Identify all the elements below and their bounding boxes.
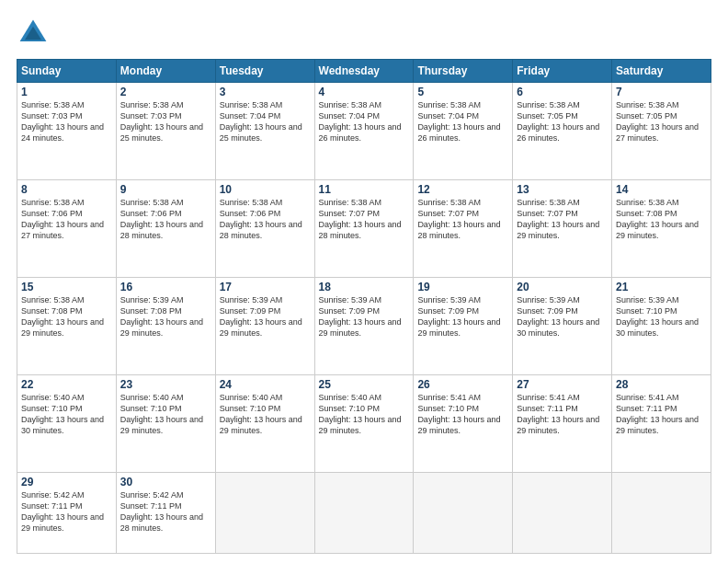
cell-info: Sunrise: 5:38 AMSunset: 7:07 PMDaylight:…	[517, 198, 599, 240]
calendar-week-3: 22 Sunrise: 5:40 AMSunset: 7:10 PMDaylig…	[17, 375, 711, 473]
day-number: 24	[220, 378, 311, 391]
calendar-cell: 26 Sunrise: 5:41 AMSunset: 7:10 PMDaylig…	[414, 375, 513, 473]
day-number: 17	[220, 281, 311, 293]
calendar-cell: 3 Sunrise: 5:38 AMSunset: 7:04 PMDayligh…	[215, 83, 314, 180]
calendar-cell: 15 Sunrise: 5:38 AMSunset: 7:08 PMDaylig…	[17, 278, 117, 375]
calendar-week-0: 1 Sunrise: 5:38 AMSunset: 7:03 PMDayligh…	[17, 83, 711, 180]
day-number: 30	[120, 476, 211, 488]
day-header-thursday: Thursday	[414, 60, 513, 83]
cell-info: Sunrise: 5:42 AMSunset: 7:11 PMDaylight:…	[120, 490, 203, 533]
calendar-cell	[414, 473, 513, 554]
day-header-monday: Monday	[116, 60, 215, 83]
day-number: 13	[517, 183, 608, 196]
day-number: 11	[319, 183, 410, 196]
day-number: 10	[220, 183, 311, 196]
day-number: 25	[319, 378, 410, 391]
cell-info: Sunrise: 5:38 AMSunset: 7:07 PMDaylight:…	[417, 198, 500, 240]
calendar-cell: 6 Sunrise: 5:38 AMSunset: 7:05 PMDayligh…	[513, 83, 612, 180]
cell-info: Sunrise: 5:38 AMSunset: 7:04 PMDaylight:…	[220, 100, 302, 143]
cell-info: Sunrise: 5:40 AMSunset: 7:10 PMDaylight:…	[21, 393, 104, 435]
calendar-cell: 25 Sunrise: 5:40 AMSunset: 7:10 PMDaylig…	[314, 375, 414, 473]
calendar-cell: 22 Sunrise: 5:40 AMSunset: 7:10 PMDaylig…	[17, 375, 117, 473]
header	[17, 17, 711, 50]
cell-info: Sunrise: 5:41 AMSunset: 7:11 PMDaylight:…	[616, 393, 699, 435]
day-number: 12	[417, 183, 508, 196]
day-header-friday: Friday	[513, 60, 612, 83]
day-number: 27	[517, 378, 608, 391]
cell-info: Sunrise: 5:38 AMSunset: 7:03 PMDaylight:…	[21, 100, 104, 143]
page: SundayMondayTuesdayWednesdayThursdayFrid…	[0, 0, 728, 563]
calendar-cell	[215, 473, 314, 554]
calendar-cell: 19 Sunrise: 5:39 AMSunset: 7:09 PMDaylig…	[414, 278, 513, 375]
day-number: 23	[120, 378, 211, 391]
cell-info: Sunrise: 5:38 AMSunset: 7:07 PMDaylight:…	[319, 198, 402, 240]
calendar-cell: 21 Sunrise: 5:39 AMSunset: 7:10 PMDaylig…	[612, 278, 711, 375]
calendar-cell: 2 Sunrise: 5:38 AMSunset: 7:03 PMDayligh…	[116, 83, 215, 180]
calendar-cell: 20 Sunrise: 5:39 AMSunset: 7:09 PMDaylig…	[513, 278, 612, 375]
calendar-cell	[314, 473, 414, 554]
cell-info: Sunrise: 5:39 AMSunset: 7:09 PMDaylight:…	[319, 295, 402, 338]
cell-info: Sunrise: 5:38 AMSunset: 7:08 PMDaylight:…	[616, 198, 699, 240]
day-number: 7	[616, 86, 707, 98]
day-number: 8	[21, 183, 112, 196]
day-number: 14	[616, 183, 707, 196]
day-number: 21	[616, 281, 707, 293]
calendar-cell: 23 Sunrise: 5:40 AMSunset: 7:10 PMDaylig…	[116, 375, 215, 473]
day-number: 5	[417, 86, 508, 98]
day-number: 22	[21, 378, 112, 391]
cell-info: Sunrise: 5:39 AMSunset: 7:10 PMDaylight:…	[616, 295, 699, 338]
calendar-cell: 29 Sunrise: 5:42 AMSunset: 7:11 PMDaylig…	[17, 473, 117, 554]
cell-info: Sunrise: 5:42 AMSunset: 7:11 PMDaylight:…	[21, 490, 104, 533]
calendar-cell: 24 Sunrise: 5:40 AMSunset: 7:10 PMDaylig…	[215, 375, 314, 473]
cell-info: Sunrise: 5:39 AMSunset: 7:08 PMDaylight:…	[120, 295, 203, 338]
cell-info: Sunrise: 5:40 AMSunset: 7:10 PMDaylight:…	[220, 393, 302, 435]
cell-info: Sunrise: 5:38 AMSunset: 7:03 PMDaylight:…	[120, 100, 203, 143]
calendar-cell: 11 Sunrise: 5:38 AMSunset: 7:07 PMDaylig…	[314, 180, 414, 278]
calendar-header-row: SundayMondayTuesdayWednesdayThursdayFrid…	[17, 60, 711, 83]
day-number: 20	[517, 281, 608, 293]
calendar-cell	[612, 473, 711, 554]
calendar-cell: 9 Sunrise: 5:38 AMSunset: 7:06 PMDayligh…	[116, 180, 215, 278]
day-number: 9	[120, 183, 211, 196]
day-number: 2	[120, 86, 211, 98]
calendar-week-1: 8 Sunrise: 5:38 AMSunset: 7:06 PMDayligh…	[17, 180, 711, 278]
day-header-wednesday: Wednesday	[314, 60, 414, 83]
day-number: 6	[517, 86, 608, 98]
cell-info: Sunrise: 5:38 AMSunset: 7:08 PMDaylight:…	[21, 295, 104, 338]
calendar-table: SundayMondayTuesdayWednesdayThursdayFrid…	[17, 59, 711, 554]
day-number: 15	[21, 281, 112, 293]
calendar-cell: 1 Sunrise: 5:38 AMSunset: 7:03 PMDayligh…	[17, 83, 117, 180]
cell-info: Sunrise: 5:38 AMSunset: 7:05 PMDaylight:…	[517, 100, 599, 143]
cell-info: Sunrise: 5:41 AMSunset: 7:11 PMDaylight:…	[517, 393, 599, 435]
calendar-cell: 18 Sunrise: 5:39 AMSunset: 7:09 PMDaylig…	[314, 278, 414, 375]
cell-info: Sunrise: 5:39 AMSunset: 7:09 PMDaylight:…	[417, 295, 500, 338]
day-number: 18	[319, 281, 410, 293]
cell-info: Sunrise: 5:40 AMSunset: 7:10 PMDaylight:…	[120, 393, 203, 435]
day-number: 16	[120, 281, 211, 293]
cell-info: Sunrise: 5:38 AMSunset: 7:04 PMDaylight:…	[417, 100, 500, 143]
day-number: 1	[21, 86, 112, 98]
cell-info: Sunrise: 5:38 AMSunset: 7:06 PMDaylight:…	[120, 198, 203, 240]
calendar-cell: 12 Sunrise: 5:38 AMSunset: 7:07 PMDaylig…	[414, 180, 513, 278]
day-number: 29	[21, 476, 112, 488]
calendar-week-4: 29 Sunrise: 5:42 AMSunset: 7:11 PMDaylig…	[17, 473, 711, 554]
calendar-cell: 8 Sunrise: 5:38 AMSunset: 7:06 PMDayligh…	[17, 180, 117, 278]
day-header-sunday: Sunday	[17, 60, 117, 83]
calendar-body: 1 Sunrise: 5:38 AMSunset: 7:03 PMDayligh…	[17, 83, 711, 554]
cell-info: Sunrise: 5:38 AMSunset: 7:04 PMDaylight:…	[319, 100, 402, 143]
calendar-cell: 7 Sunrise: 5:38 AMSunset: 7:05 PMDayligh…	[612, 83, 711, 180]
cell-info: Sunrise: 5:38 AMSunset: 7:06 PMDaylight:…	[220, 198, 302, 240]
calendar-week-2: 15 Sunrise: 5:38 AMSunset: 7:08 PMDaylig…	[17, 278, 711, 375]
calendar-cell: 5 Sunrise: 5:38 AMSunset: 7:04 PMDayligh…	[414, 83, 513, 180]
calendar-cell: 27 Sunrise: 5:41 AMSunset: 7:11 PMDaylig…	[513, 375, 612, 473]
calendar-cell	[513, 473, 612, 554]
logo-icon	[17, 17, 50, 50]
calendar-cell: 10 Sunrise: 5:38 AMSunset: 7:06 PMDaylig…	[215, 180, 314, 278]
day-number: 19	[417, 281, 508, 293]
calendar-cell: 30 Sunrise: 5:42 AMSunset: 7:11 PMDaylig…	[116, 473, 215, 554]
cell-info: Sunrise: 5:40 AMSunset: 7:10 PMDaylight:…	[319, 393, 402, 435]
calendar-cell: 16 Sunrise: 5:39 AMSunset: 7:08 PMDaylig…	[116, 278, 215, 375]
day-number: 3	[220, 86, 311, 98]
calendar-cell: 13 Sunrise: 5:38 AMSunset: 7:07 PMDaylig…	[513, 180, 612, 278]
day-number: 4	[319, 86, 410, 98]
